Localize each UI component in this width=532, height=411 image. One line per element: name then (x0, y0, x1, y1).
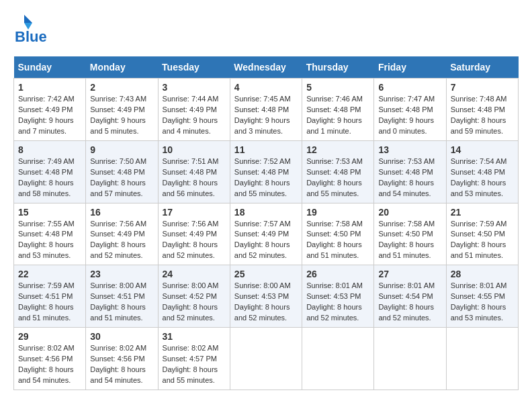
day-number: 23 (90, 269, 153, 279)
calendar-day-cell: 28Sunrise: 8:01 AM Sunset: 4:55 PM Dayli… (446, 265, 518, 328)
day-number: 19 (306, 207, 369, 218)
day-info: Sunrise: 7:49 AM Sunset: 4:48 PM Dayligh… (18, 156, 81, 199)
day-number: 12 (306, 144, 369, 155)
day-number: 7 (451, 82, 514, 93)
day-of-week-header: Thursday (302, 56, 374, 79)
day-info: Sunrise: 7:45 AM Sunset: 4:48 PM Dayligh… (234, 94, 298, 137)
calendar-day-cell: 15Sunrise: 7:55 AM Sunset: 4:48 PM Dayli… (14, 203, 86, 265)
day-info: Sunrise: 7:57 AM Sunset: 4:49 PM Dayligh… (234, 219, 298, 262)
day-info: Sunrise: 8:00 AM Sunset: 4:51 PM Dayligh… (90, 281, 153, 324)
day-number: 29 (18, 331, 81, 342)
calendar-day-cell: 7Sunrise: 7:48 AM Sunset: 4:48 PM Daylig… (446, 79, 518, 141)
calendar-day-cell: 3Sunrise: 7:44 AM Sunset: 4:49 PM Daylig… (158, 79, 230, 141)
calendar-day-cell: 12Sunrise: 7:53 AM Sunset: 4:48 PM Dayli… (302, 140, 374, 203)
day-of-week-header: Saturday (446, 56, 518, 79)
day-info: Sunrise: 7:56 AM Sunset: 4:49 PM Dayligh… (90, 219, 153, 262)
day-info: Sunrise: 7:42 AM Sunset: 4:49 PM Dayligh… (18, 94, 81, 137)
logo: Blue (13, 13, 47, 46)
day-number: 10 (163, 144, 226, 155)
day-number: 31 (163, 331, 226, 342)
calendar-day-cell: 23Sunrise: 8:00 AM Sunset: 4:51 PM Dayli… (86, 265, 158, 328)
day-info: Sunrise: 7:59 AM Sunset: 4:51 PM Dayligh… (18, 281, 81, 324)
header-row: SundayMondayTuesdayWednesdayThursdayFrid… (14, 56, 519, 79)
day-of-week-header: Tuesday (158, 56, 230, 79)
calendar-day-cell: 26Sunrise: 8:01 AM Sunset: 4:53 PM Dayli… (302, 265, 374, 328)
day-info: Sunrise: 7:47 AM Sunset: 4:48 PM Dayligh… (378, 94, 441, 137)
day-number: 1 (18, 82, 81, 93)
calendar-day-cell: 29Sunrise: 8:02 AM Sunset: 4:56 PM Dayli… (14, 328, 86, 390)
calendar-day-cell: 11Sunrise: 7:52 AM Sunset: 4:48 PM Dayli… (230, 140, 302, 203)
day-info: Sunrise: 7:52 AM Sunset: 4:48 PM Dayligh… (234, 156, 298, 199)
day-number: 27 (378, 269, 441, 279)
day-of-week-header: Monday (86, 56, 158, 79)
calendar-week-row: 15Sunrise: 7:55 AM Sunset: 4:48 PM Dayli… (14, 203, 519, 265)
day-info: Sunrise: 8:01 AM Sunset: 4:53 PM Dayligh… (306, 281, 369, 324)
day-number: 8 (18, 144, 81, 155)
calendar-day-cell (230, 328, 302, 390)
calendar-day-cell (302, 328, 374, 390)
calendar-day-cell (446, 328, 518, 390)
calendar-week-row: 22Sunrise: 7:59 AM Sunset: 4:51 PM Dayli… (14, 265, 519, 328)
day-info: Sunrise: 7:58 AM Sunset: 4:50 PM Dayligh… (306, 219, 369, 262)
day-number: 21 (451, 207, 514, 218)
calendar-header: SundayMondayTuesdayWednesdayThursdayFrid… (14, 56, 519, 79)
calendar-day-cell: 4Sunrise: 7:45 AM Sunset: 4:48 PM Daylig… (230, 79, 302, 141)
page-header: Blue (13, 13, 519, 46)
day-number: 28 (451, 269, 514, 279)
day-info: Sunrise: 7:55 AM Sunset: 4:48 PM Dayligh… (18, 219, 81, 262)
calendar-day-cell (374, 328, 446, 390)
day-info: Sunrise: 8:00 AM Sunset: 4:53 PM Dayligh… (234, 281, 298, 324)
day-info: Sunrise: 8:02 AM Sunset: 4:56 PM Dayligh… (18, 343, 81, 386)
calendar-day-cell: 19Sunrise: 7:58 AM Sunset: 4:50 PM Dayli… (302, 203, 374, 265)
day-info: Sunrise: 8:02 AM Sunset: 4:57 PM Dayligh… (163, 343, 226, 386)
day-number: 15 (18, 207, 81, 218)
day-of-week-header: Sunday (14, 56, 86, 79)
calendar-day-cell: 27Sunrise: 8:01 AM Sunset: 4:54 PM Dayli… (374, 265, 446, 328)
day-info: Sunrise: 7:59 AM Sunset: 4:50 PM Dayligh… (451, 219, 514, 262)
day-number: 14 (451, 144, 514, 155)
day-number: 9 (90, 144, 153, 155)
day-info: Sunrise: 8:01 AM Sunset: 4:55 PM Dayligh… (451, 281, 514, 324)
day-number: 24 (163, 269, 226, 279)
day-info: Sunrise: 7:54 AM Sunset: 4:48 PM Dayligh… (451, 156, 514, 199)
calendar-week-row: 8Sunrise: 7:49 AM Sunset: 4:48 PM Daylig… (14, 140, 519, 203)
day-info: Sunrise: 7:53 AM Sunset: 4:48 PM Dayligh… (306, 156, 369, 199)
day-number: 4 (234, 82, 298, 93)
day-info: Sunrise: 8:01 AM Sunset: 4:54 PM Dayligh… (378, 281, 441, 324)
calendar-day-cell: 20Sunrise: 7:58 AM Sunset: 4:50 PM Dayli… (374, 203, 446, 265)
day-info: Sunrise: 8:00 AM Sunset: 4:52 PM Dayligh… (163, 281, 226, 324)
day-info: Sunrise: 7:48 AM Sunset: 4:48 PM Dayligh… (451, 94, 514, 137)
day-number: 22 (18, 269, 81, 279)
day-number: 18 (234, 207, 298, 218)
svg-marker-0 (24, 15, 32, 23)
day-number: 13 (378, 144, 441, 155)
day-info: Sunrise: 7:43 AM Sunset: 4:49 PM Dayligh… (90, 94, 153, 137)
day-number: 5 (306, 82, 369, 93)
day-info: Sunrise: 7:44 AM Sunset: 4:49 PM Dayligh… (163, 94, 226, 137)
calendar-week-row: 1Sunrise: 7:42 AM Sunset: 4:49 PM Daylig… (14, 79, 519, 141)
calendar-day-cell: 18Sunrise: 7:57 AM Sunset: 4:49 PM Dayli… (230, 203, 302, 265)
day-number: 20 (378, 207, 441, 218)
calendar-day-cell: 30Sunrise: 8:02 AM Sunset: 4:56 PM Dayli… (86, 328, 158, 390)
calendar-day-cell: 14Sunrise: 7:54 AM Sunset: 4:48 PM Dayli… (446, 140, 518, 203)
day-number: 6 (378, 82, 441, 93)
day-number: 30 (90, 331, 153, 342)
calendar-body: 1Sunrise: 7:42 AM Sunset: 4:49 PM Daylig… (14, 79, 519, 390)
calendar-day-cell: 13Sunrise: 7:53 AM Sunset: 4:48 PM Dayli… (374, 140, 446, 203)
calendar-day-cell: 5Sunrise: 7:46 AM Sunset: 4:48 PM Daylig… (302, 79, 374, 141)
day-of-week-header: Friday (374, 56, 446, 79)
calendar-day-cell: 2Sunrise: 7:43 AM Sunset: 4:49 PM Daylig… (86, 79, 158, 141)
day-info: Sunrise: 7:51 AM Sunset: 4:48 PM Dayligh… (163, 156, 226, 199)
day-number: 25 (234, 269, 298, 279)
day-info: Sunrise: 7:50 AM Sunset: 4:48 PM Dayligh… (90, 156, 153, 199)
day-info: Sunrise: 8:02 AM Sunset: 4:56 PM Dayligh… (90, 343, 153, 386)
day-number: 17 (163, 207, 226, 218)
day-number: 26 (306, 269, 369, 279)
calendar-day-cell: 1Sunrise: 7:42 AM Sunset: 4:49 PM Daylig… (14, 79, 86, 141)
calendar-day-cell: 10Sunrise: 7:51 AM Sunset: 4:48 PM Dayli… (158, 140, 230, 203)
calendar-day-cell: 8Sunrise: 7:49 AM Sunset: 4:48 PM Daylig… (14, 140, 86, 203)
calendar-day-cell: 21Sunrise: 7:59 AM Sunset: 4:50 PM Dayli… (446, 203, 518, 265)
calendar-day-cell: 25Sunrise: 8:00 AM Sunset: 4:53 PM Dayli… (230, 265, 302, 328)
day-info: Sunrise: 7:56 AM Sunset: 4:49 PM Dayligh… (163, 219, 226, 262)
day-info: Sunrise: 7:53 AM Sunset: 4:48 PM Dayligh… (378, 156, 441, 199)
